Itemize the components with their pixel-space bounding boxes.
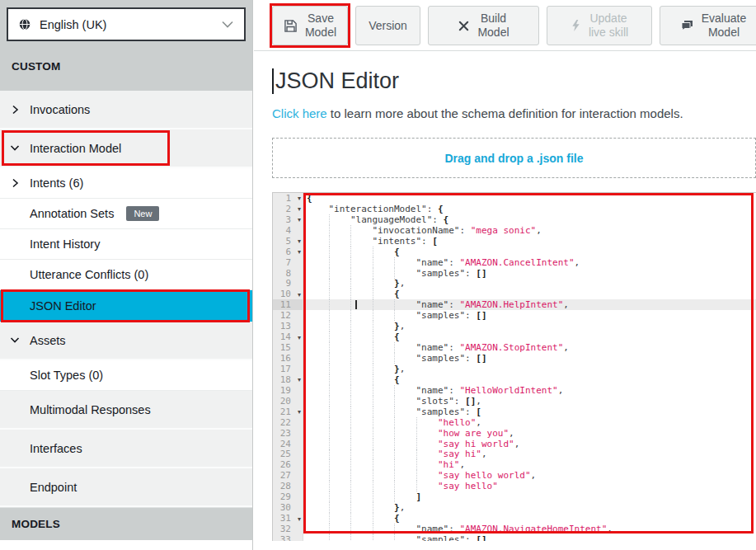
editor-line-10[interactable]: 10▾{ [273, 289, 756, 299]
editor-line-22[interactable]: 22"hello", [273, 417, 756, 428]
editor-line-20[interactable]: 20"slots": [], [273, 396, 756, 407]
editor-line-23[interactable]: 23"how are you", [273, 428, 756, 439]
code-line-content[interactable]: { [303, 513, 756, 524]
code-line-content[interactable]: ] [303, 491, 756, 502]
editor-line-18[interactable]: 18▾{ [273, 374, 756, 385]
editor-line-8[interactable]: 8"samples": [] [273, 268, 756, 279]
editor-line-3[interactable]: 3▾"languageModel": { [273, 214, 756, 225]
editor-line-16[interactable]: 16"samples": [] [273, 353, 756, 364]
gutter-line-number[interactable]: 20 [273, 396, 303, 407]
editor-line-26[interactable]: 26"hi", [273, 459, 756, 470]
code-line-content[interactable]: { [303, 193, 756, 204]
gutter-line-number[interactable]: 26 [273, 459, 303, 470]
gutter-line-number[interactable]: 22 [273, 417, 303, 428]
code-line-content[interactable]: "hello", [303, 417, 756, 428]
editor-line-21[interactable]: 21▾"samples": [ [273, 407, 756, 417]
editor-line-19[interactable]: 19"name": "HelloWorldIntent", [273, 385, 756, 396]
fold-arrow-icon[interactable]: ▾ [298, 248, 301, 256]
gutter-line-number[interactable]: 12 [273, 310, 303, 321]
gutter-line-number[interactable]: 25 [273, 449, 303, 460]
code-line-content[interactable]: "name": "AMAZON.NavigateHomeIntent", [303, 524, 756, 534]
sidebar-item-intents-6[interactable]: Intents (6) [0, 168, 252, 199]
sidebar-item-invocations[interactable]: Invocations [0, 91, 252, 129]
editor-line-32[interactable]: 32"name": "AMAZON.NavigateHomeIntent", [273, 524, 756, 534]
sidebar-item-assets[interactable]: Assets [0, 322, 252, 360]
sidebar-item-multimodal-responses[interactable]: Multimodal Responses [0, 391, 252, 430]
gutter-line-number[interactable]: 21▾ [273, 407, 303, 417]
sidebar-item-annotation-sets[interactable]: Annotation SetsNew [0, 199, 252, 229]
code-line-content[interactable]: "name": "AMAZON.CancelIntent", [303, 257, 756, 268]
gutter-line-number[interactable]: 15 [273, 342, 303, 353]
gutter-line-number[interactable]: 17 [273, 364, 303, 374]
gutter-line-number[interactable]: 29 [273, 491, 303, 502]
save-model-button[interactable]: SaveModel [272, 6, 348, 45]
gutter-line-number[interactable]: 6▾ [273, 247, 303, 257]
gutter-line-number[interactable]: 30 [273, 502, 303, 513]
sidebar-item-endpoint[interactable]: Endpoint [0, 468, 252, 507]
fold-arrow-icon[interactable]: ▾ [298, 290, 301, 298]
evaluate-model-button[interactable]: EvaluateModel [660, 6, 756, 45]
code-line-content[interactable]: "say hello world", [303, 470, 756, 481]
editor-line-4[interactable]: 4"invocationName": "mega sonic", [273, 225, 756, 236]
editor-line-27[interactable]: 27"say hello world", [273, 470, 756, 481]
code-line-content[interactable]: { [303, 247, 756, 257]
code-line-content[interactable]: "samples": [] [303, 268, 756, 279]
code-line-content[interactable]: "how are you", [303, 428, 756, 439]
editor-line-9[interactable]: 9}, [273, 279, 756, 289]
code-line-content[interactable]: "name": "HelloWorldIntent", [303, 385, 756, 396]
gutter-line-number[interactable]: 8 [273, 268, 303, 279]
code-line-content[interactable]: }, [303, 279, 756, 289]
gutter-line-number[interactable]: 10▾ [273, 289, 303, 299]
gutter-line-number[interactable]: 14▾ [273, 331, 303, 342]
gutter-line-number[interactable]: 31▾ [273, 513, 303, 524]
code-line-content[interactable]: { [303, 289, 756, 299]
fold-arrow-icon[interactable]: ▾ [298, 408, 301, 416]
gutter-line-number[interactable]: 3▾ [273, 214, 303, 225]
gutter-line-number[interactable]: 16 [273, 353, 303, 364]
gutter-line-number[interactable]: 19 [273, 385, 303, 396]
gutter-line-number[interactable]: 28 [273, 481, 303, 491]
gutter-line-number[interactable]: 5▾ [273, 236, 303, 247]
editor-line-7[interactable]: 7"name": "AMAZON.CancelIntent", [273, 257, 756, 268]
editor-line-5[interactable]: 5▾"intents": [ [273, 236, 756, 247]
version-button[interactable]: Version [355, 6, 420, 45]
gutter-line-number[interactable]: 18▾ [273, 374, 303, 385]
gutter-line-number[interactable]: 1▾ [273, 193, 303, 204]
gutter-line-number[interactable]: 2▾ [273, 204, 303, 214]
code-line-content[interactable]: "hi", [303, 459, 756, 470]
code-line-content[interactable]: "say hi", [303, 449, 756, 460]
code-line-content[interactable]: { [303, 374, 756, 385]
code-line-content[interactable]: "name": "AMAZON.StopIntent", [303, 342, 756, 353]
fold-arrow-icon[interactable]: ▾ [298, 195, 301, 202]
gutter-line-number[interactable]: 9 [273, 279, 303, 289]
sidebar-item-slot-types-0[interactable]: Slot Types (0) [0, 360, 252, 391]
json-dropzone[interactable]: Drag and drop a .json file [272, 138, 756, 178]
code-line-content[interactable]: }, [303, 364, 756, 374]
editor-line-1[interactable]: 1▾{ [273, 193, 756, 204]
code-line-content[interactable]: "invocationName": "mega sonic", [303, 225, 756, 236]
code-line-content[interactable]: { [303, 331, 756, 342]
fold-arrow-icon[interactable]: ▾ [298, 376, 301, 383]
code-line-content[interactable]: "slots": [], [303, 396, 756, 407]
sidebar-item-utterance-conflicts-0[interactable]: Utterance Conflicts (0) [0, 260, 252, 290]
gutter-line-number[interactable]: 4 [273, 225, 303, 236]
editor-line-25[interactable]: 25"say hi", [273, 449, 756, 460]
gutter-line-number[interactable]: 24 [273, 439, 303, 449]
code-line-content[interactable]: "samples": [ [303, 407, 756, 417]
code-line-content[interactable]: "samples": [] [303, 534, 756, 541]
code-line-content[interactable]: "samples": [] [303, 353, 756, 364]
sidebar-item-interaction-model[interactable]: Interaction Model [0, 129, 252, 168]
gutter-line-number[interactable]: 13 [273, 321, 303, 331]
editor-line-12[interactable]: 12"samples": [] [273, 310, 756, 321]
code-line-content[interactable]: "name": "AMAZON.HelpIntent", [303, 299, 756, 310]
gutter-line-number[interactable]: 11 [273, 299, 303, 310]
editor-line-30[interactable]: 30}, [273, 502, 756, 513]
fold-arrow-icon[interactable]: ▾ [298, 515, 301, 522]
json-code-editor[interactable]: 1▾{2▾"interactionModel": {3▾"languageMod… [272, 192, 756, 541]
sidebar-item-intent-history[interactable]: Intent History [0, 229, 252, 260]
update-live-skill-button[interactable]: Updatelive skill [547, 6, 652, 45]
editor-line-28[interactable]: 28"say hello" [273, 481, 756, 491]
code-line-content[interactable]: "interactionModel": { [303, 204, 756, 214]
editor-line-33[interactable]: 33"samples": [] [273, 534, 756, 541]
gutter-line-number[interactable]: 33 [273, 534, 303, 541]
